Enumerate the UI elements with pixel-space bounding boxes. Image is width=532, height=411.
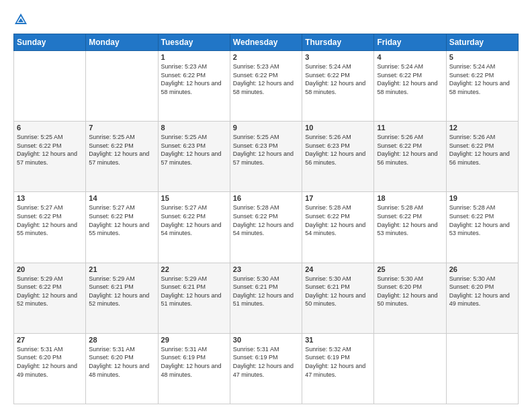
calendar-cell: 14Sunrise: 5:27 AM Sunset: 6:22 PM Dayli… [86, 192, 158, 263]
calendar-cell: 7Sunrise: 5:25 AM Sunset: 6:22 PM Daylig… [86, 122, 158, 192]
day-info: Sunrise: 5:25 AM Sunset: 6:23 PM Dayligh… [233, 133, 299, 167]
day-number: 24 [305, 265, 371, 273]
day-info: Sunrise: 5:25 AM Sunset: 6:23 PM Dayligh… [161, 133, 227, 167]
calendar-cell: 9Sunrise: 5:25 AM Sunset: 6:23 PM Daylig… [230, 122, 302, 192]
day-number: 14 [89, 194, 154, 202]
calendar-cell: 23Sunrise: 5:30 AM Sunset: 6:21 PM Dayli… [230, 263, 302, 333]
day-number: 4 [377, 53, 443, 61]
day-info: Sunrise: 5:28 AM Sunset: 6:22 PM Dayligh… [377, 203, 443, 237]
calendar-cell: 31Sunrise: 5:32 AM Sunset: 6:19 PM Dayli… [302, 333, 374, 404]
day-info: Sunrise: 5:27 AM Sunset: 6:22 PM Dayligh… [89, 203, 154, 237]
day-number: 3 [305, 53, 371, 61]
calendar-cell: 22Sunrise: 5:29 AM Sunset: 6:21 PM Dayli… [158, 263, 230, 333]
col-header-thursday: Thursday [302, 34, 374, 51]
day-info: Sunrise: 5:27 AM Sunset: 6:22 PM Dayligh… [17, 203, 83, 237]
day-number: 18 [377, 194, 443, 202]
day-number: 1 [161, 53, 227, 61]
calendar-cell: 2Sunrise: 5:23 AM Sunset: 6:22 PM Daylig… [230, 51, 302, 122]
day-info: Sunrise: 5:30 AM Sunset: 6:21 PM Dayligh… [305, 275, 371, 308]
calendar-cell: 24Sunrise: 5:30 AM Sunset: 6:21 PM Dayli… [302, 263, 374, 333]
calendar-cell: 15Sunrise: 5:27 AM Sunset: 6:22 PM Dayli… [158, 192, 230, 263]
day-info: Sunrise: 5:25 AM Sunset: 6:22 PM Dayligh… [17, 133, 83, 167]
calendar-cell: 3Sunrise: 5:24 AM Sunset: 6:22 PM Daylig… [302, 51, 374, 122]
day-info: Sunrise: 5:23 AM Sunset: 6:22 PM Dayligh… [161, 62, 227, 96]
calendar-cell: 5Sunrise: 5:24 AM Sunset: 6:22 PM Daylig… [446, 51, 518, 122]
calendar-cell: 1Sunrise: 5:23 AM Sunset: 6:22 PM Daylig… [158, 51, 230, 122]
day-number: 12 [449, 124, 515, 132]
calendar-cell: 8Sunrise: 5:25 AM Sunset: 6:23 PM Daylig… [158, 122, 230, 192]
calendar-cell [86, 51, 158, 122]
calendar-cell [374, 333, 446, 404]
day-info: Sunrise: 5:26 AM Sunset: 6:22 PM Dayligh… [377, 133, 443, 167]
day-number: 23 [233, 265, 299, 273]
day-info: Sunrise: 5:29 AM Sunset: 6:21 PM Dayligh… [89, 275, 154, 308]
calendar-cell: 29Sunrise: 5:31 AM Sunset: 6:19 PM Dayli… [158, 333, 230, 404]
day-number: 17 [305, 194, 371, 202]
col-header-wednesday: Wednesday [230, 34, 302, 51]
day-number: 19 [449, 194, 515, 202]
day-info: Sunrise: 5:25 AM Sunset: 6:22 PM Dayligh… [89, 133, 154, 167]
day-info: Sunrise: 5:31 AM Sunset: 6:19 PM Dayligh… [233, 345, 299, 379]
day-info: Sunrise: 5:24 AM Sunset: 6:22 PM Dayligh… [305, 62, 371, 96]
day-number: 9 [233, 124, 299, 132]
calendar-cell: 19Sunrise: 5:28 AM Sunset: 6:22 PM Dayli… [446, 192, 518, 263]
day-number: 29 [161, 336, 227, 344]
calendar-cell: 27Sunrise: 5:31 AM Sunset: 6:20 PM Dayli… [14, 333, 86, 404]
calendar-cell: 25Sunrise: 5:30 AM Sunset: 6:20 PM Dayli… [374, 263, 446, 333]
page: SundayMondayTuesdayWednesdayThursdayFrid… [0, 0, 532, 411]
day-number: 7 [89, 124, 154, 132]
day-info: Sunrise: 5:29 AM Sunset: 6:21 PM Dayligh… [161, 275, 227, 308]
day-info: Sunrise: 5:30 AM Sunset: 6:20 PM Dayligh… [377, 275, 443, 308]
day-number: 16 [233, 194, 299, 202]
day-number: 10 [305, 124, 371, 132]
calendar-cell: 12Sunrise: 5:26 AM Sunset: 6:22 PM Dayli… [446, 122, 518, 192]
calendar-cell: 26Sunrise: 5:30 AM Sunset: 6:20 PM Dayli… [446, 263, 518, 333]
calendar-cell [14, 51, 86, 122]
day-info: Sunrise: 5:31 AM Sunset: 6:20 PM Dayligh… [17, 345, 83, 379]
day-info: Sunrise: 5:30 AM Sunset: 6:20 PM Dayligh… [449, 275, 515, 308]
logo-icon [13, 12, 28, 27]
calendar-cell: 28Sunrise: 5:31 AM Sunset: 6:20 PM Dayli… [86, 333, 158, 404]
day-info: Sunrise: 5:26 AM Sunset: 6:22 PM Dayligh… [449, 133, 515, 167]
calendar-cell: 30Sunrise: 5:31 AM Sunset: 6:19 PM Dayli… [230, 333, 302, 404]
day-info: Sunrise: 5:26 AM Sunset: 6:23 PM Dayligh… [305, 133, 371, 167]
col-header-saturday: Saturday [446, 34, 518, 51]
day-number: 26 [449, 265, 515, 273]
day-number: 20 [17, 265, 83, 273]
day-info: Sunrise: 5:24 AM Sunset: 6:22 PM Dayligh… [449, 62, 515, 96]
calendar-cell: 11Sunrise: 5:26 AM Sunset: 6:22 PM Dayli… [374, 122, 446, 192]
day-info: Sunrise: 5:24 AM Sunset: 6:22 PM Dayligh… [377, 62, 443, 96]
calendar-cell: 10Sunrise: 5:26 AM Sunset: 6:23 PM Dayli… [302, 122, 374, 192]
day-info: Sunrise: 5:28 AM Sunset: 6:22 PM Dayligh… [449, 203, 515, 237]
day-number: 31 [305, 336, 371, 344]
day-info: Sunrise: 5:28 AM Sunset: 6:22 PM Dayligh… [305, 203, 371, 237]
day-number: 22 [161, 265, 227, 273]
day-number: 21 [89, 265, 154, 273]
logo [13, 12, 31, 27]
calendar-cell: 16Sunrise: 5:28 AM Sunset: 6:22 PM Dayli… [230, 192, 302, 263]
day-number: 6 [17, 124, 83, 132]
calendar-cell: 21Sunrise: 5:29 AM Sunset: 6:21 PM Dayli… [86, 263, 158, 333]
day-number: 30 [233, 336, 299, 344]
day-info: Sunrise: 5:27 AM Sunset: 6:22 PM Dayligh… [161, 203, 227, 237]
col-header-monday: Monday [86, 34, 158, 51]
calendar-cell: 6Sunrise: 5:25 AM Sunset: 6:22 PM Daylig… [14, 122, 86, 192]
day-info: Sunrise: 5:30 AM Sunset: 6:21 PM Dayligh… [233, 275, 299, 308]
calendar-cell: 18Sunrise: 5:28 AM Sunset: 6:22 PM Dayli… [374, 192, 446, 263]
day-info: Sunrise: 5:31 AM Sunset: 6:19 PM Dayligh… [161, 345, 227, 379]
day-info: Sunrise: 5:31 AM Sunset: 6:20 PM Dayligh… [89, 345, 154, 379]
col-header-tuesday: Tuesday [158, 34, 230, 51]
day-number: 2 [233, 53, 299, 61]
day-info: Sunrise: 5:23 AM Sunset: 6:22 PM Dayligh… [233, 62, 299, 96]
day-info: Sunrise: 5:29 AM Sunset: 6:22 PM Dayligh… [17, 275, 83, 308]
calendar-cell: 17Sunrise: 5:28 AM Sunset: 6:22 PM Dayli… [302, 192, 374, 263]
calendar-cell: 4Sunrise: 5:24 AM Sunset: 6:22 PM Daylig… [374, 51, 446, 122]
day-number: 13 [17, 194, 83, 202]
day-number: 15 [161, 194, 227, 202]
day-info: Sunrise: 5:28 AM Sunset: 6:22 PM Dayligh… [233, 203, 299, 237]
calendar-cell: 20Sunrise: 5:29 AM Sunset: 6:22 PM Dayli… [14, 263, 86, 333]
day-number: 5 [449, 53, 515, 61]
calendar-cell: 13Sunrise: 5:27 AM Sunset: 6:22 PM Dayli… [14, 192, 86, 263]
col-header-sunday: Sunday [14, 34, 86, 51]
calendar-table: SundayMondayTuesdayWednesdayThursdayFrid… [13, 34, 519, 404]
